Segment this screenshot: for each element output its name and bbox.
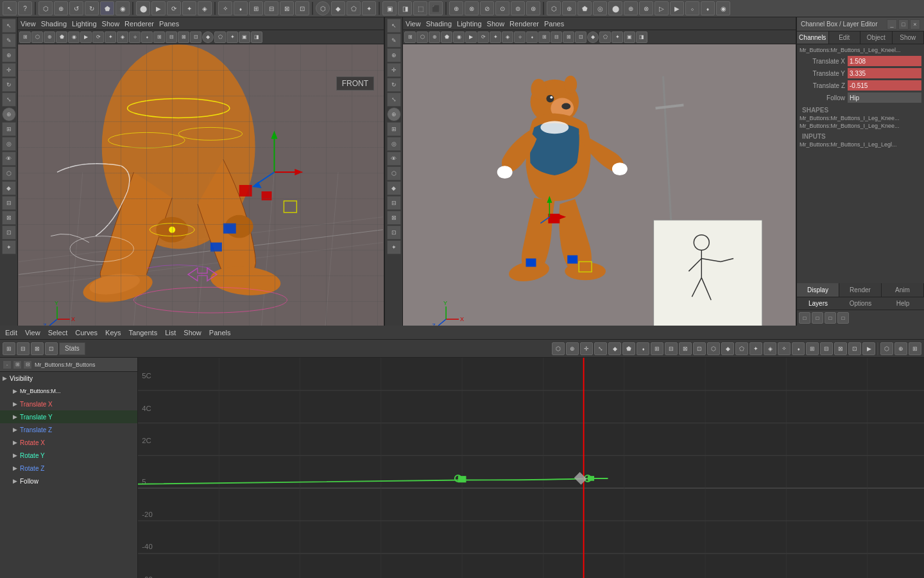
- rvp-tb-20[interactable]: ◨: [636, 31, 647, 43]
- menu-show[interactable]: Show: [102, 20, 120, 28]
- rvp-tb-14[interactable]: ⊠: [563, 31, 574, 43]
- ge-tb-stats-icon[interactable]: ⊞: [3, 342, 15, 355]
- rvp-tb-9[interactable]: ◈: [502, 31, 513, 43]
- vp-tb-10[interactable]: ⟡: [129, 31, 141, 43]
- si-attr[interactable]: ⬡: [2, 166, 16, 180]
- tool-1[interactable]: ⬡: [38, 1, 53, 15]
- vp-tb-12[interactable]: ⊞: [153, 31, 165, 43]
- rvp-tb-4[interactable]: ⬟: [441, 31, 452, 43]
- ge-tb-insert-key[interactable]: ◆: [608, 342, 621, 355]
- rsi-misc3[interactable]: ⊡: [387, 225, 401, 240]
- rsi-lasso[interactable]: ⊕: [387, 48, 401, 62]
- ge-tb-flat[interactable]: ⊞: [651, 342, 663, 355]
- tool-38[interactable]: ⊗: [639, 1, 653, 15]
- si-misc1[interactable]: ⊟: [2, 196, 16, 210]
- vp-tb-1[interactable]: ⊞: [19, 31, 31, 43]
- ge-tb-retimer[interactable]: ⊡: [848, 342, 861, 355]
- tool-2[interactable]: ⊕: [54, 1, 68, 15]
- ge-tb-playback[interactable]: ▶: [862, 342, 875, 355]
- tool-7[interactable]: ⬤: [136, 1, 150, 15]
- ge-tb-normalize[interactable]: ⟡: [778, 342, 791, 355]
- subtab-layers[interactable]: Layers: [797, 297, 839, 310]
- vp-tb-8[interactable]: ✦: [105, 31, 116, 43]
- si-rotate[interactable]: ↻: [2, 78, 16, 92]
- tool-14[interactable]: ⊞: [249, 1, 263, 15]
- tool-18[interactable]: ⬡: [316, 1, 330, 15]
- ge-tb-3[interactable]: ⊠: [31, 342, 44, 355]
- tool-36[interactable]: ⬤: [608, 1, 622, 15]
- layer-btn-3[interactable]: □: [825, 312, 836, 324]
- rvp-tb-3[interactable]: ⊕: [429, 31, 440, 43]
- ge-menu-curves[interactable]: Curves: [75, 329, 98, 337]
- r-menu-view[interactable]: View: [406, 20, 421, 28]
- rvp-tb-16[interactable]: ◆: [587, 31, 599, 43]
- rvp-tb-15[interactable]: ⊡: [575, 31, 586, 43]
- vp-tb-9[interactable]: ◈: [117, 31, 128, 43]
- tool-8[interactable]: ▶: [151, 1, 166, 15]
- si-snap[interactable]: ⊞: [2, 122, 16, 136]
- tool-10[interactable]: ✦: [182, 1, 196, 15]
- tab-anim[interactable]: Anim: [882, 283, 924, 297]
- layer-btn-1[interactable]: □: [799, 312, 810, 324]
- subtab-help[interactable]: Help: [882, 297, 924, 310]
- r-menu-lighting[interactable]: Lighting: [457, 20, 482, 28]
- rvp-tb-12[interactable]: ⊞: [538, 31, 550, 43]
- si-color[interactable]: ◆: [2, 181, 16, 195]
- tool-33[interactable]: ⊕: [562, 1, 576, 15]
- curve-translate-y[interactable]: ▶ Translate Y: [0, 410, 137, 423]
- tool-28[interactable]: ⊘: [480, 1, 494, 15]
- tool-11[interactable]: ◈: [198, 1, 212, 15]
- ge-menu-show[interactable]: Show: [184, 329, 201, 337]
- ge-tb-resample[interactable]: ⊟: [820, 342, 833, 355]
- tool-6[interactable]: ◉: [116, 1, 130, 15]
- rsi-show[interactable]: 👁: [387, 152, 401, 166]
- si-scale[interactable]: ⤡: [2, 92, 16, 107]
- curve-follow[interactable]: ▶ Follow: [0, 475, 137, 487]
- tab-edit[interactable]: Edit: [829, 31, 861, 44]
- rsi-color[interactable]: ◆: [387, 181, 401, 195]
- vp-tb-14[interactable]: ⊠: [178, 31, 189, 43]
- rvp-tb-10[interactable]: ⟡: [514, 31, 526, 43]
- ge-tb-scale[interactable]: ⤡: [594, 342, 607, 355]
- tool-30[interactable]: ⊚: [511, 1, 525, 15]
- rvp-tb-19[interactable]: ▣: [624, 31, 635, 43]
- rsi-paint[interactable]: ✎: [387, 33, 401, 48]
- vp-tb-2[interactable]: ⬡: [31, 31, 43, 43]
- tool-41[interactable]: ⬦: [685, 1, 699, 15]
- si-misc4[interactable]: ✦: [2, 240, 16, 254]
- rvp-tb-6[interactable]: ▶: [465, 31, 477, 43]
- ge-tb-clamped[interactable]: ⊠: [679, 342, 692, 355]
- r-menu-panes[interactable]: Panes: [544, 20, 564, 28]
- rsi-universal[interactable]: ⊕: [387, 107, 401, 121]
- rsi-move[interactable]: ✛: [387, 63, 401, 77]
- menu-panes[interactable]: Panes: [159, 20, 179, 28]
- ge-tb-filter[interactable]: ⬡: [880, 342, 893, 355]
- tab-channels[interactable]: Channels: [797, 31, 829, 44]
- tool-13[interactable]: ⬧: [234, 1, 248, 15]
- tool-34[interactable]: ⬟: [578, 1, 592, 15]
- tab-object[interactable]: Object: [860, 31, 893, 44]
- tool-32[interactable]: ⬡: [547, 1, 561, 15]
- vp-tb-16[interactable]: ◆: [202, 31, 214, 43]
- tool-25[interactable]: ⬛: [429, 1, 443, 15]
- ge-tb-auto[interactable]: ⬠: [735, 342, 748, 355]
- vp-tb-13[interactable]: ⊟: [166, 31, 177, 43]
- panel-minimize[interactable]: _: [887, 19, 897, 30]
- rvp-tb-1[interactable]: ⊞: [404, 31, 416, 43]
- follow-value[interactable]: Hip: [848, 92, 921, 103]
- ge-tb-spline[interactable]: ⊡: [693, 342, 706, 355]
- tab-display[interactable]: Display: [797, 283, 839, 297]
- menu-lighting[interactable]: Lighting: [72, 20, 97, 28]
- vp-tb-4[interactable]: ⬟: [56, 31, 67, 43]
- rvp-tb-17[interactable]: ⬠: [599, 31, 611, 43]
- vp-tb-20[interactable]: ◨: [251, 31, 262, 43]
- ge-tb-simplify[interactable]: ⊠: [834, 342, 847, 355]
- panel-close[interactable]: ×: [910, 19, 920, 30]
- ch-icon2[interactable]: ⊟: [23, 360, 32, 369]
- vp-tb-17[interactable]: ⬠: [214, 31, 226, 43]
- tool-17[interactable]: ⊡: [295, 1, 309, 15]
- menu-renderer[interactable]: Renderer: [124, 20, 154, 28]
- si-universal[interactable]: ⊕: [2, 107, 16, 121]
- ge-menu-list[interactable]: List: [165, 329, 176, 337]
- curve-rotate-z[interactable]: ▶ Rotate Z: [0, 462, 137, 475]
